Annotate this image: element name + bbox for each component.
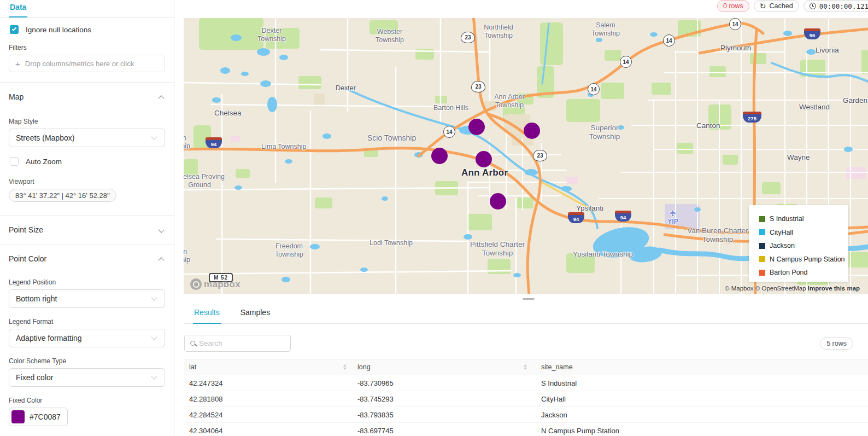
ignore-null-row[interactable]: Ignore null locations — [10, 25, 164, 34]
section-point-size-header[interactable]: Point Size — [9, 225, 165, 234]
route-shield-i94: 94 — [568, 212, 584, 223]
legend-label: Barton Pond — [770, 269, 808, 276]
map-label: Canton — [696, 121, 720, 130]
mapbox-logo[interactable]: mapbox — [190, 278, 241, 290]
cached-label: Cached — [770, 2, 793, 10]
tab-data-label: Data — [10, 3, 26, 11]
map-label: Livonia — [816, 46, 839, 55]
route-shield-m14: 14 — [620, 56, 632, 68]
legend-format-value: Adaptive formatting — [16, 334, 82, 342]
map-point — [524, 123, 540, 139]
viewport-value[interactable]: 83° 41' 37.22" | 42° 16' 52.28" — [9, 189, 116, 202]
legend-position-label: Legend Position — [9, 278, 165, 286]
route-shield-i96: 96 — [804, 28, 820, 39]
filters-dropzone[interactable]: + Drop columns/metrics here or click — [9, 55, 165, 72]
table-row: 42.284524 -83.793835 Jackson — [184, 407, 868, 423]
map-label: Wayne — [787, 153, 810, 162]
table-row: 42.304064 -83.697745 N Campus Pump Stati… — [184, 423, 868, 436]
viewport-label: Viewport — [9, 178, 165, 185]
map-label: Plymouth — [720, 44, 751, 53]
section-point-size-title: Point Size — [9, 225, 43, 234]
color-scheme-type-label: Color Scheme Type — [9, 357, 165, 365]
sort-icon[interactable] — [524, 364, 527, 370]
map-label: Van Buren Charter Township — [674, 226, 761, 244]
fixed-color-picker[interactable]: #7C0087 — [9, 408, 68, 426]
legend-item: S Industrial — [759, 212, 848, 226]
map-legend: S Industrial CityHall Jackson N Campus P… — [749, 205, 848, 282]
legend-item: CityHall — [759, 226, 848, 240]
checkbox-unchecked-icon[interactable] — [10, 157, 19, 166]
mapbox-logo-icon — [190, 278, 202, 290]
drag-handle-icon[interactable] — [523, 298, 535, 300]
search-input[interactable] — [199, 339, 281, 347]
chevron-down-icon — [151, 133, 157, 139]
tab-data[interactable]: Data — [9, 0, 27, 17]
section-map-title: Map — [9, 92, 24, 101]
map-label: Ann Arbor Township — [482, 93, 537, 109]
legend-swatch — [759, 216, 765, 222]
legend-swatch — [759, 243, 765, 249]
map-label: Ypsilanti Township — [573, 250, 633, 259]
map-style-select[interactable]: Streets (Mapbox) — [9, 129, 165, 147]
chevron-down-icon — [151, 334, 157, 340]
map-point — [468, 119, 485, 135]
divider — [0, 215, 174, 216]
column-header-site-name[interactable]: site_name — [532, 359, 868, 375]
plane-icon: ✈ — [668, 204, 678, 222]
attribution-text[interactable]: © Mapbox © OpenStreetMap — [725, 285, 806, 292]
fixed-color-value: #7C0087 — [30, 412, 61, 421]
search-box[interactable] — [184, 335, 291, 352]
map-label: Pittsfield Charter Township — [462, 240, 533, 258]
color-scheme-type-select[interactable]: Fixed color — [9, 368, 165, 387]
panel-splitter[interactable] — [184, 294, 868, 300]
mapbox-logo-text: mapbox — [204, 279, 241, 290]
column-header-long[interactable]: long — [352, 359, 532, 375]
section-point-color-header[interactable]: Point Color — [9, 254, 165, 263]
chevron-down-icon — [151, 294, 157, 300]
map-label: Chelsea Proving Ground — [184, 173, 230, 189]
plus-icon: + — [15, 60, 20, 68]
color-swatch[interactable] — [11, 410, 25, 423]
legend-position-value: Bottom right — [16, 294, 57, 303]
improve-map-link[interactable]: Improve this map — [808, 285, 860, 292]
column-header-lat[interactable]: lat — [184, 359, 352, 375]
legend-format-select[interactable]: Adaptive formatting — [9, 329, 165, 347]
row-count-badge: 0 rows — [717, 0, 749, 12]
cell-lat: 42.284524 — [184, 411, 352, 419]
divider — [0, 82, 174, 83]
legend-item: N Campus Pump Station — [759, 253, 848, 266]
cell-long: -83.745293 — [352, 395, 532, 403]
tab-active-underline — [9, 16, 27, 18]
legend-swatch — [759, 229, 765, 235]
legend-item: Jackson — [759, 239, 848, 253]
cached-button[interactable]: ↻ Cached — [754, 0, 799, 12]
map-label: Barton Hills — [433, 104, 468, 112]
route-shield-i94: 94 — [615, 211, 631, 222]
route-shield-m14: 14 — [588, 83, 600, 95]
map-label: Superior Township — [578, 124, 631, 141]
tab-results[interactable]: Results — [193, 304, 221, 323]
legend-label: N Campus Pump Station — [770, 255, 845, 263]
color-scheme-type-value: Fixed color — [16, 373, 53, 382]
deckgl-map[interactable]: Dexter Township Webster Township Northfi… — [184, 18, 868, 294]
tab-samples[interactable]: Samples — [239, 304, 271, 323]
explore-view: Data Ignore null locations Filters + Dro… — [0, 0, 868, 436]
legend-position-select[interactable]: Bottom right — [9, 289, 165, 308]
route-shield-us23: 23 — [461, 32, 475, 43]
checkbox-checked-icon[interactable] — [10, 25, 19, 34]
tab-active-underline — [193, 323, 221, 324]
control-tabbar: Data — [0, 0, 174, 18]
section-map-header[interactable]: Map — [9, 92, 165, 101]
auto-zoom-row[interactable]: Auto Zoom — [10, 157, 164, 166]
ignore-null-label: Ignore null locations — [26, 26, 91, 34]
airport-label: ✈YIP — [664, 208, 682, 225]
table-row: 42.247324 -83.730965 S Industrial — [184, 375, 868, 391]
route-shield-m14: 14 — [663, 34, 675, 46]
cell-lat: 42.281808 — [184, 395, 352, 403]
map-style-value: Streets (Mapbox) — [16, 133, 74, 142]
legend-format-label: Legend Format — [9, 318, 165, 325]
sort-icon[interactable] — [343, 364, 347, 370]
tab-samples-label: Samples — [241, 308, 270, 317]
map-label: Dexter — [336, 84, 356, 92]
map-label: Garden — [843, 96, 867, 105]
